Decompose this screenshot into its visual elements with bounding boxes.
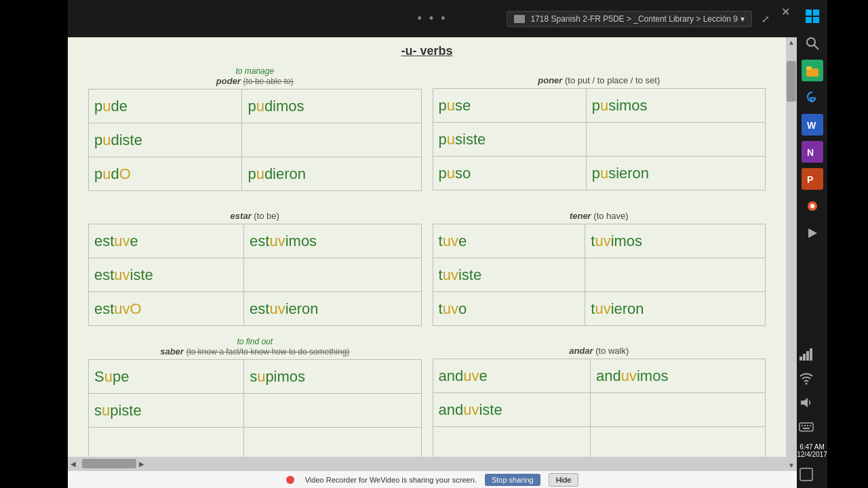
tener-header: tener (to have) xyxy=(433,202,766,221)
tener-block: tener (to have) tuve tuvimos tuviste xyxy=(433,202,766,326)
notification-text: Video Recorder for WeVideo is sharing yo… xyxy=(305,476,477,484)
volume-icon[interactable] xyxy=(795,392,817,413)
table-row: puso pusieron xyxy=(433,157,766,190)
poder-header: to manage poder (to be able to) xyxy=(88,66,422,86)
search-taskbar-icon[interactable] xyxy=(802,33,823,54)
scrollbar-x-thumb[interactable] xyxy=(82,459,136,468)
poner-block: poner (to put / to place / to set) puse … xyxy=(433,66,766,191)
table-row: tuviste xyxy=(433,258,766,292)
poder-pudiste: pudiste xyxy=(89,123,242,157)
powerpoint-icon[interactable]: P xyxy=(802,168,823,190)
windows-logo-icon[interactable] xyxy=(802,5,823,27)
stop-sharing-button[interactable]: Stop sharing xyxy=(485,474,540,486)
expand-button[interactable]: ⤢ xyxy=(762,14,770,24)
poder-name: poder xyxy=(216,76,241,86)
table-row: pudO pudieron xyxy=(89,157,422,191)
media-icon[interactable] xyxy=(802,222,823,244)
section-saber-andar: to find out saber (to know a fact/to kno… xyxy=(88,337,766,457)
breadcrumb[interactable]: 1718 Spanish 2-FR P5DE > _Content Librar… xyxy=(507,11,752,27)
show-desktop-icon[interactable] xyxy=(795,464,817,485)
table-row: pudiste xyxy=(89,123,422,157)
file-explorer-icon[interactable] xyxy=(802,60,823,81)
estar-table: estuve estuvimos estuviste estuvO estuvi… xyxy=(88,224,422,326)
tener-name: tener xyxy=(570,211,591,221)
andar-empty2 xyxy=(433,427,590,458)
hide-button[interactable]: Hide xyxy=(549,473,579,487)
wifi-icon[interactable] xyxy=(795,367,817,389)
notification-bar: Video Recorder for WeVideo is sharing yo… xyxy=(68,470,797,488)
dropdown-arrow: ▾ xyxy=(741,14,745,24)
poner-pusiste: pusiste xyxy=(433,123,586,157)
content-area: -u- verbs to manage poder (to be able to… xyxy=(68,37,797,470)
svg-rect-0 xyxy=(806,9,812,16)
poder-empty1 xyxy=(242,123,421,157)
poner-pusieron: pusieron xyxy=(586,157,765,190)
onenote-icon[interactable]: N xyxy=(802,141,823,163)
estar-estuvimos: estuvimos xyxy=(244,224,421,258)
svg-rect-22 xyxy=(804,425,806,426)
close-button[interactable]: ✕ xyxy=(781,5,790,18)
table-row: anduve anduvimos xyxy=(433,359,766,393)
svg-rect-21 xyxy=(802,425,803,426)
poder-pudimos: pudimos xyxy=(242,89,421,123)
estar-translation: (to be) xyxy=(254,211,279,221)
taskbar-bottom: 6:47 AM 12/4/2017 xyxy=(795,340,829,488)
saber-header: to find out saber (to know a fact/to kno… xyxy=(88,337,422,357)
tener-tuviste: tuviste xyxy=(433,258,585,292)
window-dots: • • • xyxy=(418,12,448,26)
svg-rect-26 xyxy=(800,468,812,481)
poner-name: poner xyxy=(538,75,562,85)
svg-rect-2 xyxy=(806,17,812,23)
estar-name: estar xyxy=(231,211,252,221)
estar-estuve: estuve xyxy=(89,224,244,258)
page-title: -u- verbs xyxy=(88,44,766,58)
verb-pair-2: estar (to be) estuve estuvimos estuviste xyxy=(88,202,766,326)
svg-rect-25 xyxy=(803,428,810,429)
tener-table: tuve tuvimos tuviste tuvo tuvieron xyxy=(433,224,766,326)
andar-label: andar (to walk) xyxy=(569,346,629,356)
saber-block: to find out saber (to know a fact/to kno… xyxy=(88,337,422,457)
date-text: 12/4/2017 xyxy=(797,451,827,458)
saber-supiste: supiste xyxy=(89,394,244,428)
svg-point-18 xyxy=(806,383,808,385)
poner-puse: puse xyxy=(433,89,586,123)
scroll-right-arrow[interactable]: ▶ xyxy=(136,459,147,469)
poner-puso: puso xyxy=(433,157,586,190)
breadcrumb-text: 1718 Spanish 2-FR P5DE > _Content Librar… xyxy=(530,14,738,24)
table-row: puse pusimos xyxy=(433,89,766,123)
scrollbar-thumb[interactable] xyxy=(787,61,796,102)
paint-icon[interactable] xyxy=(802,195,823,217)
svg-text:P: P xyxy=(807,174,813,185)
table-row: anduviste xyxy=(433,393,766,427)
section-poder-poner: to manage poder (to be able to) pude pud… xyxy=(88,66,766,191)
andar-name: andar xyxy=(569,346,593,356)
andar-anduve: anduve xyxy=(433,359,590,393)
edge-icon[interactable] xyxy=(802,87,823,108)
svg-rect-14 xyxy=(800,357,802,361)
keyboard-icon[interactable] xyxy=(795,416,817,438)
saber-name: saber xyxy=(160,346,184,357)
table-row: supiste xyxy=(89,394,422,428)
svg-text:N: N xyxy=(807,147,814,158)
network-icon[interactable] xyxy=(795,343,817,365)
svg-rect-15 xyxy=(803,354,806,361)
scroll-up-arrow[interactable]: ▲ xyxy=(786,37,797,47)
poder-translation: (to be able to) xyxy=(243,77,294,86)
time-text: 6:47 AM xyxy=(797,443,827,451)
estar-estuviste: estuviste xyxy=(89,258,244,292)
estar-estuvo: estuvO xyxy=(89,292,244,326)
saber-table: Supe supimos supiste xyxy=(88,359,422,457)
scroll-down-arrow[interactable]: ▼ xyxy=(786,460,797,470)
saber-empty1 xyxy=(244,394,421,428)
scrollbar-horizontal[interactable]: ◀ ▶ xyxy=(68,457,786,470)
tener-empty1 xyxy=(585,258,766,292)
left-border xyxy=(0,0,68,488)
andar-anduvimos: anduvimos xyxy=(590,359,765,393)
poner-empty1 xyxy=(586,123,765,157)
svg-text:W: W xyxy=(807,120,816,131)
scrollbar-vertical[interactable]: ▲ ▼ xyxy=(786,37,797,470)
word-icon[interactable]: W xyxy=(802,114,823,136)
scroll-container: -u- verbs to manage poder (to be able to… xyxy=(68,37,786,457)
saber-empty3 xyxy=(244,428,421,458)
scroll-left-arrow[interactable]: ◀ xyxy=(68,459,79,469)
